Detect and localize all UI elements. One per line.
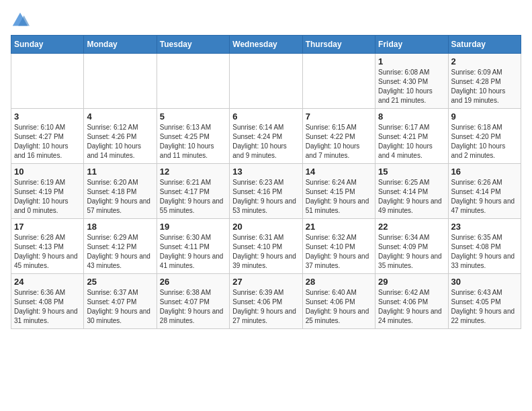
calendar-cell: 4Sunrise: 6:12 AM Sunset: 4:26 PM Daylig… — [84, 109, 157, 164]
calendar-cell: 20Sunrise: 6:31 AM Sunset: 4:10 PM Dayli… — [230, 219, 302, 274]
day-info: Sunrise: 6:32 AM Sunset: 4:10 PM Dayligh… — [306, 233, 372, 271]
calendar-cell: 28Sunrise: 6:40 AM Sunset: 4:06 PM Dayli… — [302, 274, 375, 329]
calendar-week-row: 24Sunrise: 6:36 AM Sunset: 4:08 PM Dayli… — [11, 274, 521, 329]
day-info: Sunrise: 6:08 AM Sunset: 4:30 PM Dayligh… — [378, 68, 445, 105]
calendar-cell: 9Sunrise: 6:18 AM Sunset: 4:20 PM Daylig… — [448, 109, 521, 164]
day-info: Sunrise: 6:36 AM Sunset: 4:08 PM Dayligh… — [14, 288, 81, 326]
day-info: Sunrise: 6:43 AM Sunset: 4:05 PM Dayligh… — [451, 288, 518, 326]
day-number: 9 — [451, 111, 518, 122]
day-info: Sunrise: 6:21 AM Sunset: 4:17 PM Dayligh… — [160, 178, 226, 216]
calendar-cell: 5Sunrise: 6:13 AM Sunset: 4:25 PM Daylig… — [157, 109, 229, 164]
calendar-cell: 6Sunrise: 6:14 AM Sunset: 4:24 PM Daylig… — [230, 109, 302, 164]
weekday-header-thursday: Thursday — [302, 36, 375, 54]
day-info: Sunrise: 6:13 AM Sunset: 4:25 PM Dayligh… — [160, 123, 226, 161]
calendar-week-row: 17Sunrise: 6:28 AM Sunset: 4:13 PM Dayli… — [11, 219, 521, 274]
day-number: 27 — [232, 277, 299, 287]
day-info: Sunrise: 6:09 AM Sunset: 4:28 PM Dayligh… — [451, 68, 518, 105]
calendar-cell: 19Sunrise: 6:30 AM Sunset: 4:11 PM Dayli… — [157, 219, 229, 274]
weekday-header-row: SundayMondayTuesdayWednesdayThursdayFrid… — [11, 36, 521, 54]
day-number: 2 — [451, 56, 518, 66]
calendar-cell: 7Sunrise: 6:15 AM Sunset: 4:22 PM Daylig… — [302, 109, 375, 164]
day-info: Sunrise: 6:37 AM Sunset: 4:07 PM Dayligh… — [87, 288, 153, 326]
day-number: 19 — [160, 222, 226, 232]
calendar-cell: 13Sunrise: 6:23 AM Sunset: 4:16 PM Dayli… — [230, 164, 302, 219]
calendar-cell: 8Sunrise: 6:17 AM Sunset: 4:21 PM Daylig… — [375, 109, 448, 164]
calendar-cell: 2Sunrise: 6:09 AM Sunset: 4:28 PM Daylig… — [448, 54, 521, 109]
day-number: 28 — [306, 277, 372, 287]
calendar-cell: 14Sunrise: 6:24 AM Sunset: 4:15 PM Dayli… — [302, 164, 375, 219]
day-number: 24 — [14, 277, 81, 287]
calendar-cell: 17Sunrise: 6:28 AM Sunset: 4:13 PM Dayli… — [11, 219, 84, 274]
calendar-cell: 3Sunrise: 6:10 AM Sunset: 4:27 PM Daylig… — [11, 109, 84, 164]
day-number: 21 — [306, 222, 372, 232]
calendar-cell: 12Sunrise: 6:21 AM Sunset: 4:17 PM Dayli… — [157, 164, 229, 219]
weekday-header-monday: Monday — [84, 36, 157, 54]
day-number: 1 — [378, 56, 445, 66]
calendar-cell — [230, 54, 302, 109]
day-number: 4 — [87, 111, 153, 122]
calendar-table: SundayMondayTuesdayWednesdayThursdayFrid… — [11, 35, 521, 329]
calendar-cell: 22Sunrise: 6:34 AM Sunset: 4:09 PM Dayli… — [375, 219, 448, 274]
calendar-cell: 1Sunrise: 6:08 AM Sunset: 4:30 PM Daylig… — [375, 54, 448, 109]
calendar-cell — [302, 54, 375, 109]
day-number: 13 — [232, 167, 299, 177]
day-info: Sunrise: 6:35 AM Sunset: 4:08 PM Dayligh… — [451, 233, 518, 271]
calendar-cell: 21Sunrise: 6:32 AM Sunset: 4:10 PM Dayli… — [302, 219, 375, 274]
calendar-cell: 18Sunrise: 6:29 AM Sunset: 4:12 PM Dayli… — [84, 219, 157, 274]
day-number: 18 — [87, 222, 153, 232]
weekday-header-saturday: Saturday — [448, 36, 521, 54]
calendar-cell: 26Sunrise: 6:38 AM Sunset: 4:07 PM Dayli… — [157, 274, 229, 329]
day-info: Sunrise: 6:38 AM Sunset: 4:07 PM Dayligh… — [160, 288, 226, 326]
calendar-cell: 27Sunrise: 6:39 AM Sunset: 4:06 PM Dayli… — [230, 274, 302, 329]
calendar-cell: 11Sunrise: 6:20 AM Sunset: 4:18 PM Dayli… — [84, 164, 157, 219]
calendar-cell: 24Sunrise: 6:36 AM Sunset: 4:08 PM Dayli… — [11, 274, 84, 329]
day-number: 25 — [87, 277, 153, 287]
day-info: Sunrise: 6:40 AM Sunset: 4:06 PM Dayligh… — [306, 288, 372, 326]
day-info: Sunrise: 6:39 AM Sunset: 4:06 PM Dayligh… — [232, 288, 299, 326]
calendar-cell: 16Sunrise: 6:26 AM Sunset: 4:14 PM Dayli… — [448, 164, 521, 219]
calendar-cell — [11, 54, 84, 109]
day-info: Sunrise: 6:30 AM Sunset: 4:11 PM Dayligh… — [160, 233, 226, 271]
day-number: 3 — [14, 111, 81, 122]
calendar-week-row: 1Sunrise: 6:08 AM Sunset: 4:30 PM Daylig… — [11, 54, 521, 109]
day-info: Sunrise: 6:20 AM Sunset: 4:18 PM Dayligh… — [87, 178, 153, 216]
day-number: 6 — [232, 111, 299, 122]
calendar-cell — [84, 54, 157, 109]
day-number: 5 — [160, 111, 226, 122]
day-number: 7 — [306, 111, 372, 122]
day-info: Sunrise: 6:28 AM Sunset: 4:13 PM Dayligh… — [14, 233, 81, 271]
day-info: Sunrise: 6:23 AM Sunset: 4:16 PM Dayligh… — [232, 178, 299, 216]
day-number: 8 — [378, 111, 445, 122]
day-info: Sunrise: 6:10 AM Sunset: 4:27 PM Dayligh… — [14, 123, 81, 161]
day-info: Sunrise: 6:34 AM Sunset: 4:09 PM Dayligh… — [378, 233, 445, 271]
day-info: Sunrise: 6:18 AM Sunset: 4:20 PM Dayligh… — [451, 123, 518, 161]
day-info: Sunrise: 6:26 AM Sunset: 4:14 PM Dayligh… — [451, 178, 518, 216]
day-number: 20 — [232, 222, 299, 232]
page-header — [11, 11, 521, 30]
day-number: 30 — [451, 277, 518, 287]
day-info: Sunrise: 6:25 AM Sunset: 4:14 PM Dayligh… — [378, 178, 445, 216]
calendar-week-row: 10Sunrise: 6:19 AM Sunset: 4:19 PM Dayli… — [11, 164, 521, 219]
calendar-cell: 30Sunrise: 6:43 AM Sunset: 4:05 PM Dayli… — [448, 274, 521, 329]
weekday-header-tuesday: Tuesday — [157, 36, 229, 54]
calendar-cell: 15Sunrise: 6:25 AM Sunset: 4:14 PM Dayli… — [375, 164, 448, 219]
day-number: 26 — [160, 277, 226, 287]
day-info: Sunrise: 6:15 AM Sunset: 4:22 PM Dayligh… — [306, 123, 372, 161]
calendar-cell — [157, 54, 229, 109]
day-info: Sunrise: 6:29 AM Sunset: 4:12 PM Dayligh… — [87, 233, 153, 271]
calendar-week-row: 3Sunrise: 6:10 AM Sunset: 4:27 PM Daylig… — [11, 109, 521, 164]
weekday-header-sunday: Sunday — [11, 36, 84, 54]
day-info: Sunrise: 6:31 AM Sunset: 4:10 PM Dayligh… — [232, 233, 299, 271]
day-number: 15 — [378, 167, 445, 177]
day-number: 22 — [378, 222, 445, 232]
calendar-cell: 25Sunrise: 6:37 AM Sunset: 4:07 PM Dayli… — [84, 274, 157, 329]
logo-icon — [11, 11, 30, 30]
day-number: 14 — [306, 167, 372, 177]
calendar-cell: 10Sunrise: 6:19 AM Sunset: 4:19 PM Dayli… — [11, 164, 84, 219]
day-info: Sunrise: 6:42 AM Sunset: 4:06 PM Dayligh… — [378, 288, 445, 326]
day-number: 12 — [160, 167, 226, 177]
day-number: 29 — [378, 277, 445, 287]
day-number: 16 — [451, 167, 518, 177]
calendar-cell: 29Sunrise: 6:42 AM Sunset: 4:06 PM Dayli… — [375, 274, 448, 329]
weekday-header-friday: Friday — [375, 36, 448, 54]
